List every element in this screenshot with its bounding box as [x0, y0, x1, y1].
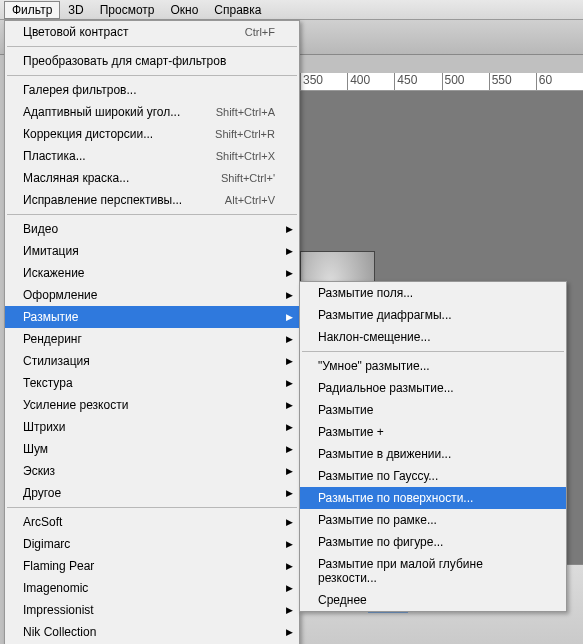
- menu-item[interactable]: Штрихи▶: [5, 416, 299, 438]
- filter-dropdown-menu: Цветовой контрастCtrl+FПреобразовать для…: [4, 20, 300, 644]
- chevron-right-icon: ▶: [286, 488, 293, 498]
- ruler-tick: 400: [347, 73, 394, 90]
- menu-item-label: Размытие по фигуре...: [318, 535, 443, 549]
- menu-item-label: Галерея фильтров...: [23, 83, 136, 97]
- menubar: Фильтр 3D Просмотр Окно Справка: [0, 0, 583, 20]
- ruler-tick: 350: [300, 73, 347, 90]
- chevron-right-icon: ▶: [286, 268, 293, 278]
- ruler-tick: 60: [536, 73, 583, 90]
- menu-item[interactable]: Пластика...Shift+Ctrl+X: [5, 145, 299, 167]
- menubar-item-help[interactable]: Справка: [206, 1, 269, 19]
- menu-item-label: ArcSoft: [23, 515, 62, 529]
- menu-item[interactable]: ArcSoft▶: [5, 511, 299, 533]
- menu-item-label: Digimarc: [23, 537, 70, 551]
- ruler-tick: 550: [489, 73, 536, 90]
- chevron-right-icon: ▶: [286, 400, 293, 410]
- menu-item[interactable]: Среднее: [300, 589, 566, 611]
- chevron-right-icon: ▶: [286, 466, 293, 476]
- chevron-right-icon: ▶: [286, 583, 293, 593]
- menu-item[interactable]: Другое▶: [5, 482, 299, 504]
- menu-item[interactable]: Цветовой контрастCtrl+F: [5, 21, 299, 43]
- menu-item-label: Оформление: [23, 288, 97, 302]
- menu-item[interactable]: Стилизация▶: [5, 350, 299, 372]
- menu-item-label: Усиление резкости: [23, 398, 128, 412]
- menu-item[interactable]: Размытие +: [300, 421, 566, 443]
- menu-separator: [7, 75, 297, 76]
- menubar-item-view[interactable]: Просмотр: [92, 1, 163, 19]
- menu-item[interactable]: Коррекция дисторсии...Shift+Ctrl+R: [5, 123, 299, 145]
- menu-item[interactable]: Усиление резкости▶: [5, 394, 299, 416]
- menubar-item-window[interactable]: Окно: [162, 1, 206, 19]
- menu-item-label: "Умное" размытие...: [318, 359, 430, 373]
- menu-item-label: Преобразовать для смарт-фильтров: [23, 54, 226, 68]
- menu-item-label: Flaming Pear: [23, 559, 94, 573]
- menu-item[interactable]: Nik Collection▶: [5, 621, 299, 643]
- menu-item-label: Размытие поля...: [318, 286, 413, 300]
- menu-item[interactable]: Размытие: [300, 399, 566, 421]
- menu-item[interactable]: Адаптивный широкий угол...Shift+Ctrl+A: [5, 101, 299, 123]
- menu-item[interactable]: "Умное" размытие...: [300, 355, 566, 377]
- menu-shortcut: Shift+Ctrl+R: [215, 128, 275, 140]
- menu-item[interactable]: Размытие▶: [5, 306, 299, 328]
- menu-item-label: Impressionist: [23, 603, 94, 617]
- menu-item[interactable]: Рендеринг▶: [5, 328, 299, 350]
- menu-item[interactable]: Преобразовать для смарт-фильтров: [5, 50, 299, 72]
- menu-item[interactable]: Размытие в движении...: [300, 443, 566, 465]
- menu-separator: [7, 507, 297, 508]
- chevron-right-icon: ▶: [286, 517, 293, 527]
- menu-separator: [7, 214, 297, 215]
- menu-item[interactable]: Наклон-смещение...: [300, 326, 566, 348]
- menu-item-label: Пластика...: [23, 149, 86, 163]
- chevron-right-icon: ▶: [286, 312, 293, 322]
- menu-shortcut: Shift+Ctrl+A: [216, 106, 275, 118]
- blur-submenu: Размытие поля...Размытие диафрагмы...Нак…: [299, 281, 567, 612]
- menu-item[interactable]: Масляная краска...Shift+Ctrl+': [5, 167, 299, 189]
- menu-item[interactable]: Галерея фильтров...: [5, 79, 299, 101]
- chevron-right-icon: ▶: [286, 290, 293, 300]
- chevron-right-icon: ▶: [286, 422, 293, 432]
- menu-item[interactable]: Размытие при малой глубине резкости...: [300, 553, 566, 589]
- menu-separator: [7, 46, 297, 47]
- menu-item[interactable]: Imagenomic▶: [5, 577, 299, 599]
- menu-item[interactable]: Размытие по рамке...: [300, 509, 566, 531]
- menu-item[interactable]: Оформление▶: [5, 284, 299, 306]
- menu-item[interactable]: Digimarc▶: [5, 533, 299, 555]
- menu-item-label: Среднее: [318, 593, 367, 607]
- menu-item[interactable]: Исправление перспективы...Alt+Ctrl+V: [5, 189, 299, 211]
- chevron-right-icon: ▶: [286, 334, 293, 344]
- menu-item[interactable]: Текстура▶: [5, 372, 299, 394]
- menu-item-label: Размытие: [23, 310, 78, 324]
- chevron-right-icon: ▶: [286, 356, 293, 366]
- menubar-item-3d[interactable]: 3D: [60, 1, 91, 19]
- chevron-right-icon: ▶: [286, 605, 293, 615]
- menu-item-label: Масляная краска...: [23, 171, 129, 185]
- menu-separator: [302, 351, 564, 352]
- menu-item-label: Размытие при малой глубине резкости...: [318, 557, 542, 585]
- menu-item[interactable]: Радиальное размытие...: [300, 377, 566, 399]
- menu-item[interactable]: Шум▶: [5, 438, 299, 460]
- chevron-right-icon: ▶: [286, 246, 293, 256]
- menu-item[interactable]: Размытие поля...: [300, 282, 566, 304]
- menu-item-label: Другое: [23, 486, 61, 500]
- menu-item-label: Радиальное размытие...: [318, 381, 454, 395]
- menu-item[interactable]: Эскиз▶: [5, 460, 299, 482]
- menu-item[interactable]: Размытие по фигуре...: [300, 531, 566, 553]
- menu-item[interactable]: Impressionist▶: [5, 599, 299, 621]
- menu-item-label: Искажение: [23, 266, 85, 280]
- menu-item[interactable]: Видео▶: [5, 218, 299, 240]
- menubar-item-filter[interactable]: Фильтр: [4, 1, 60, 19]
- chevron-right-icon: ▶: [286, 444, 293, 454]
- menu-item[interactable]: Размытие по Гауссу...: [300, 465, 566, 487]
- menu-item-label: Адаптивный широкий угол...: [23, 105, 180, 119]
- menu-item-label: Исправление перспективы...: [23, 193, 182, 207]
- menu-item[interactable]: Размытие по поверхности...: [300, 487, 566, 509]
- ruler-tick: 450: [394, 73, 441, 90]
- menu-item[interactable]: Имитация▶: [5, 240, 299, 262]
- menu-item-label: Размытие по Гауссу...: [318, 469, 438, 483]
- menu-item[interactable]: Размытие диафрагмы...: [300, 304, 566, 326]
- menu-item[interactable]: Искажение▶: [5, 262, 299, 284]
- chevron-right-icon: ▶: [286, 224, 293, 234]
- menu-item-label: Наклон-смещение...: [318, 330, 431, 344]
- menu-item[interactable]: Flaming Pear▶: [5, 555, 299, 577]
- chevron-right-icon: ▶: [286, 539, 293, 549]
